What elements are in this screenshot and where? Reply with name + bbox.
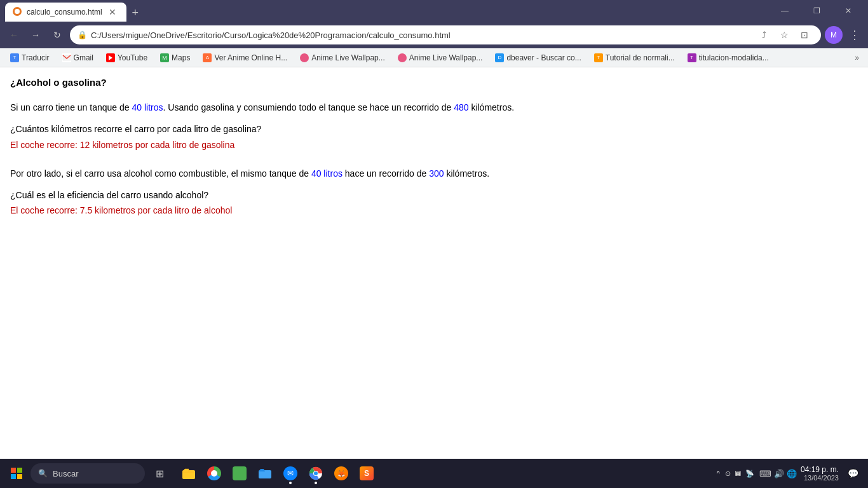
page-title: ¿Alcohol o gasolina? [10,75,858,90]
share-button[interactable]: ⤴ [755,26,773,44]
bookmark-tutorial[interactable]: T Tutorial de normali... [589,52,680,64]
tray-icon-3: 📡 [744,468,756,479]
bookmark-gmail-label: Gmail [74,53,93,62]
page-content: ¿Alcohol o gasolina? Si un carro tiene u… [0,67,868,226]
dbeaver-icon: D [495,53,504,62]
tray-expand-button[interactable]: ^ [717,470,720,477]
anime1-icon: A [203,53,212,62]
taskbar-chrome-app[interactable] [304,461,328,485]
refresh-button[interactable]: ↻ [48,26,66,44]
tray-icon-2: 🖬 [733,468,743,478]
taskbar-sublime-app[interactable]: S [355,461,379,485]
sublime-icon: S [360,466,374,480]
window-controls: — ❐ ✕ [770,0,863,22]
result-1: El coche recorre: 12 kilometros por cada… [10,138,858,152]
taskbar: 🔍 Buscar ⊞ [0,459,868,488]
clock-date: 13/04/2023 [801,474,839,482]
network-icon[interactable]: 🌐 [787,469,797,478]
thunderbird-icon: ✉ [283,466,297,480]
bookmark-dbeaver-label: dbeaver - Buscar co... [506,53,581,62]
files-icon [182,466,196,480]
youtube-icon [106,53,115,62]
svg-rect-3 [11,474,16,479]
anime3-icon [398,53,407,62]
question-1: ¿Cuántos kilómetros recorre el carro por… [10,122,858,136]
highlight-480: 480 [454,102,468,112]
bookmark-anime1-label: Ver Anime Online H... [214,53,287,62]
thunderbird-indicator [289,482,292,484]
address-lock-icon: 🔒 [78,30,87,39]
title-bar: calculo_consumo.html ✕ + — ❐ ✕ [0,0,868,22]
tab-close-button[interactable]: ✕ [106,6,119,18]
paragraph-2: Por otro lado, si el carro usa alcohol c… [10,166,858,180]
bookmark-traducir-label: Traducir [22,53,50,62]
back-button[interactable]: ← [5,26,23,44]
qgis-icon [207,466,221,480]
green-app-icon [233,466,247,480]
taskview-button[interactable]: ⊞ [147,461,172,485]
result-2: El coche recorre: 7.5 kilometros por cad… [10,203,858,217]
forward-button[interactable]: → [27,26,44,44]
bookmark-maps[interactable]: M Maps [155,52,195,64]
taskbar-search[interactable]: 🔍 Buscar [31,463,145,484]
taskbar-files-app[interactable] [177,461,201,485]
svg-point-9 [314,471,318,475]
bookmark-anime2-label: Anime Live Wallpap... [311,53,385,62]
address-bar: ← → ↻ 🔒 C:/Users/migue/OneDrive/Escritor… [0,22,868,48]
notification-button[interactable]: 💬 [843,463,863,484]
tab-favicon [13,7,23,17]
bookmark-anime2[interactable]: Anime Live Wallpap... [295,52,390,64]
chrome-icon [309,466,323,480]
taskbar-search-text: Buscar [53,469,78,478]
bookmark-traducir[interactable]: T Traducir [5,52,55,64]
taskbar-apps: ✉ 🦊 S [177,461,379,485]
taskbar-firefox-app[interactable]: 🦊 [329,461,353,485]
windows-icon [11,468,22,479]
bookmark-youtube-label: YouTube [118,53,147,62]
tray-icons: ⊙ 🖬 📡 [724,468,756,479]
gmail-icon [62,53,71,62]
bookmark-titulacion[interactable]: T titulacion-modalida... [682,52,774,64]
taskbar-qgis-app[interactable] [202,461,226,485]
close-button[interactable]: ✕ [834,0,863,22]
browser-menu-button[interactable]: ⋮ [846,25,863,44]
taskbar-thunderbird-app[interactable]: ✉ [278,461,302,485]
minimize-button[interactable]: — [770,0,799,22]
bookmark-titulacion-label: titulacion-modalida... [699,53,769,62]
firefox-icon: 🦊 [334,466,348,480]
bookmark-gmail[interactable]: Gmail [57,52,98,64]
bookmark-maps-label: Maps [172,53,190,62]
bookmark-anime1[interactable]: A Ver Anime Online H... [198,52,292,64]
speaker-icon[interactable]: 🔊 [774,469,784,478]
tutorial-icon: T [594,53,603,62]
keyboard-icon[interactable]: ⌨ [759,469,771,478]
bookmark-youtube[interactable]: YouTube [101,52,153,64]
active-tab[interactable]: calculo_consumo.html ✕ [5,3,126,22]
taskbar-right: ^ ⊙ 🖬 📡 ⌨ 🔊 🌐 04:19 p. m. 13/04/2023 💬 [717,463,863,484]
address-input[interactable]: 🔒 C:/Users/migue/OneDrive/Escritorio/Cur… [70,25,821,44]
tray-icon-1: ⊙ [724,468,732,479]
bookmarks-more-button[interactable]: » [851,52,863,64]
taskbar-search-icon: 🔍 [38,469,48,478]
extensions-button[interactable]: ⊡ [796,26,813,44]
svg-rect-4 [17,474,22,479]
sys-icons: ⌨ 🔊 🌐 [759,469,797,478]
bookmark-button[interactable]: ☆ [775,26,793,44]
taskview-icon: ⊞ [156,468,164,480]
restore-button[interactable]: ❐ [802,0,831,22]
highlight-300: 300 [429,168,444,179]
profile-button[interactable]: M [825,26,843,44]
paragraph-1: Si un carro tiene un tanque de 40 litros… [10,100,858,114]
start-button[interactable] [5,462,28,485]
new-tab-button[interactable]: + [126,4,144,22]
notification-icon: 💬 [848,468,858,478]
anime2-icon [300,53,309,62]
taskbar-green-app[interactable] [227,461,252,485]
bookmark-dbeaver[interactable]: D dbeaver - Buscar co... [490,52,586,64]
page-area: ¿Alcohol o gasolina? Si un carro tiene u… [0,67,868,459]
tab-area: calculo_consumo.html ✕ + [5,0,770,22]
bookmark-anime3[interactable]: Anime Live Wallpap... [393,52,488,64]
taskbar-folder-app[interactable] [253,461,277,485]
taskbar-clock[interactable]: 04:19 p. m. 13/04/2023 [801,465,839,482]
highlight-40-litros-gas: 40 litros [132,102,163,112]
